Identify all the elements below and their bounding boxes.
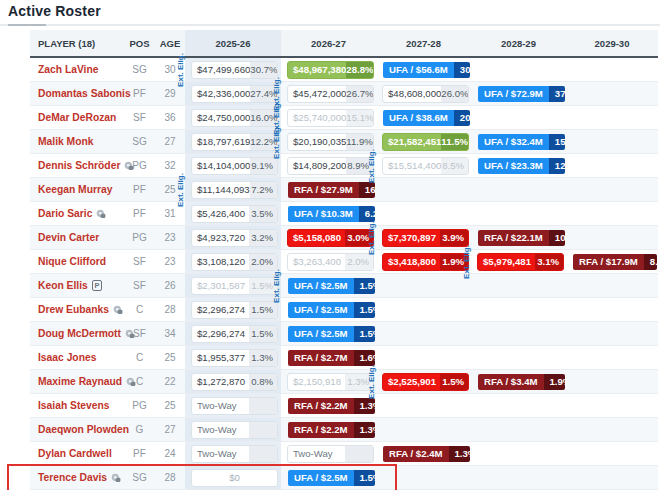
cap-percent-label: 16.4% <box>359 182 376 198</box>
age-cell: 27 <box>155 130 185 153</box>
amount-label: $2,525,901 <box>383 374 440 390</box>
column-header[interactable]: AGE <box>155 30 185 56</box>
year-cell: $48,608,00026.0% <box>376 82 471 105</box>
year-cell <box>376 322 471 345</box>
column-header[interactable]: 2027-28 <box>376 30 471 56</box>
age-cell: 27 <box>155 418 185 441</box>
player-cell: Daeqwon Plowden <box>30 418 124 441</box>
fa-badge: RFA / $2.2M1.3% <box>287 397 376 415</box>
year-cell <box>471 442 566 465</box>
salary-pill: $48,967,38028.8% <box>287 61 374 79</box>
year-cell <box>566 322 658 345</box>
player-link[interactable]: Maxime Raynaud <box>38 376 122 387</box>
table-row: DeMar DeRozanSF36$24,750,00016.0%Ext. El… <box>30 106 658 130</box>
salary-pill: $2,525,9011.5% <box>382 373 469 391</box>
year-cell <box>566 274 658 297</box>
year-cell: RFA / $17.9M8.9% <box>566 250 658 273</box>
cap-percent-label: 15.1% <box>346 110 374 126</box>
age-cell: 28 <box>155 298 185 321</box>
table-row: Isaac JonesC25$1,955,3771.3%RFA / $2.7M1… <box>30 346 658 370</box>
column-header[interactable]: 2025-26 <box>185 30 281 56</box>
year-cell: $14,809,2008.9% <box>281 154 376 177</box>
age-cell: 34 <box>155 322 185 345</box>
table-row: Keegan MurrayPF25Ext. Elig.$11,144,0937.… <box>30 178 658 202</box>
player-link[interactable]: Daeqwon Plowden <box>38 424 129 435</box>
salary-pill: $25,740,00015.1% <box>287 109 374 127</box>
player-link[interactable]: Dylan Cardwell <box>38 448 112 459</box>
player-link[interactable]: Isaiah Stevens <box>38 400 110 411</box>
player-link[interactable]: Devin Carter <box>38 232 99 243</box>
year-cell <box>566 130 658 153</box>
player-link[interactable]: Domantas Sabonis <box>38 88 131 99</box>
year-cell: UFA / $2.5M1.5% <box>281 322 376 345</box>
cap-percent-label: 10.7% <box>549 230 566 246</box>
column-header[interactable]: 2029-30 <box>566 30 658 56</box>
cap-percent-label: 8.9% <box>644 254 658 270</box>
player-link[interactable]: Keegan Murray <box>38 184 112 195</box>
column-header[interactable]: POS <box>124 30 155 56</box>
player-link[interactable]: Isaac Jones <box>38 352 96 363</box>
amount-label: UFA / $2.5M <box>288 302 354 318</box>
year-cell: Ext. Elig.UFA / $2.5M1.5% <box>281 274 376 297</box>
salary-input[interactable]: $0 <box>191 469 278 487</box>
year-cell: Two-Way <box>185 394 281 417</box>
amount-label: UFA / $2.5M <box>288 278 354 294</box>
player-link[interactable]: Dennis Schröder <box>38 160 120 171</box>
player-cell: Dylan Cardwell <box>30 442 124 465</box>
player-link[interactable]: Dario Saric <box>38 208 92 219</box>
player-cell: Terence Davis <box>30 466 124 489</box>
column-header[interactable]: PLAYER (18) <box>30 30 124 56</box>
year-cell: RFA / $2.4M1.3% <box>376 442 471 465</box>
player-link[interactable]: Drew Eubanks <box>38 304 109 315</box>
amount-label: Two-Way <box>192 422 249 438</box>
player-link[interactable]: Nique Clifford <box>38 256 106 267</box>
amount-label: RFA / $2.2M <box>288 422 354 438</box>
player-cell: DeMar DeRozan <box>30 106 124 129</box>
year-cell <box>471 466 566 489</box>
year-cell <box>566 346 658 369</box>
year-cell: Ext. Elig.$11,144,0937.2% <box>185 178 281 201</box>
pos-cell: PG <box>124 154 155 177</box>
amount-label: UFA / $10.3M <box>288 206 359 222</box>
player-link[interactable]: Zach LaVine <box>38 64 98 75</box>
cap-percent-label: 1.6% <box>354 350 377 366</box>
column-header[interactable]: 2028-29 <box>471 30 566 56</box>
column-header[interactable]: 2026-27 <box>281 30 376 56</box>
amount-label: RFA / $27.9M <box>288 182 359 198</box>
player-link[interactable]: Terence Davis <box>38 472 107 483</box>
amount-label: $3,108,120 <box>192 254 249 270</box>
pos-cell: C <box>124 298 155 321</box>
amount-label: $47,499,660 <box>192 62 250 78</box>
player-link[interactable]: DeMar DeRozan <box>38 112 116 123</box>
year-cell <box>566 298 658 321</box>
year-cell <box>566 418 658 441</box>
table-row: Isaiah StevensPG25Two-WayRFA / $2.2M1.3% <box>30 394 658 418</box>
fa-badge: UFA / $23.3M12.2% <box>477 157 566 175</box>
year-cell <box>566 82 658 105</box>
ext-elig-label: Ext. Elig. <box>272 269 281 303</box>
fa-badge: RFA / $3.4M1.9% <box>477 373 566 391</box>
salary-pill: $3,108,1202.0% <box>191 253 278 271</box>
cap-percent-label: 1.5% <box>440 374 468 390</box>
player-link[interactable]: Keon Ellis <box>38 280 88 291</box>
player-link[interactable]: Malik Monk <box>38 136 94 147</box>
fa-badge: RFA / $2.7M1.6% <box>287 349 376 367</box>
cap-percent-label: 1.5% <box>249 302 277 318</box>
player-cell: Nique Clifford <box>30 250 124 273</box>
amount-label: UFA / $56.6M <box>383 62 454 78</box>
year-cell <box>471 418 566 441</box>
cap-percent-label: 26.0% <box>441 86 469 102</box>
amount-label: RFA / $2.4M <box>383 446 449 462</box>
age-cell: 36 <box>155 106 185 129</box>
year-cell: Ext. Elig.$15,514,4008.5% <box>376 154 471 177</box>
player-cell: Dario Saric <box>30 202 124 225</box>
table-row: Dario SaricPF31$5,426,4003.5%UFA / $10.3… <box>30 202 658 226</box>
cap-percent-label: 1.5% <box>354 278 377 294</box>
year-cell: UFA / $2.5M1.5% <box>281 298 376 321</box>
player-link[interactable]: Doug McDermott <box>38 328 121 339</box>
salary-pill: $14,104,0009.1% <box>191 157 278 175</box>
year-cell: UFA / $23.3M12.2% <box>471 154 566 177</box>
year-cell: $3,108,1202.0% <box>185 250 281 273</box>
amount-label: $5,426,400 <box>192 206 249 222</box>
salary-pill: Two-Way <box>191 397 278 415</box>
